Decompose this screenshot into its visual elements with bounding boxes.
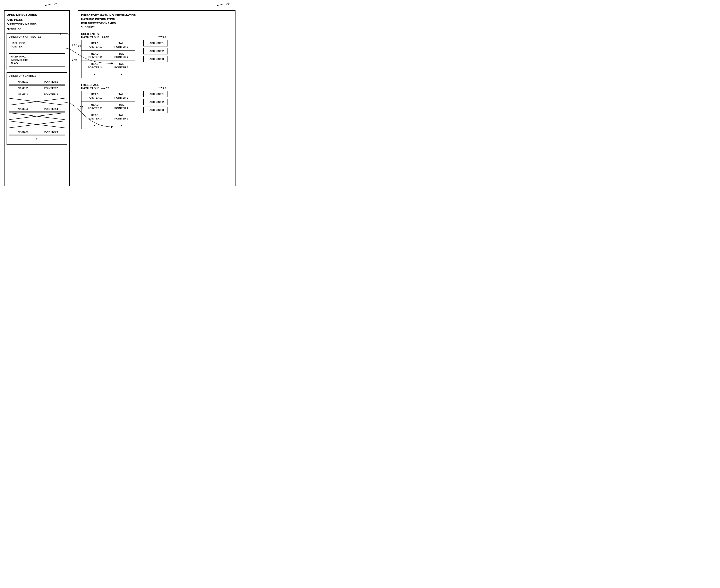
free-space-row-3: HEADPOINTER 3 TAILPOINTER 3 bbox=[81, 112, 135, 122]
diagram-container: OPEN DIRECTORIES AND FILES DIRECTORY NAM… bbox=[4, 4, 236, 186]
used-hash-list-1-wrapper: HASH LIST 1 bbox=[135, 40, 168, 46]
ref-51: 51 bbox=[100, 36, 107, 39]
used-hash-list-1: HASH LIST 1 bbox=[143, 40, 168, 46]
used-entry-head-1: HEADPOINTER 1 bbox=[81, 40, 108, 50]
svg-marker-37 bbox=[142, 109, 143, 111]
dir-entry-pointer-2: POINTER 2 bbox=[37, 85, 65, 91]
dir-entry-dots: • bbox=[8, 135, 65, 143]
svg-marker-7 bbox=[72, 44, 74, 46]
dir-entry-name-3: NAME 3 bbox=[9, 92, 37, 97]
svg-marker-29 bbox=[104, 88, 105, 89]
right-panel-title: DIRECTORY HASHING INFORMATION bbox=[81, 14, 232, 17]
left-panel: OPEN DIRECTORIES AND FILES DIRECTORY NAM… bbox=[4, 10, 69, 186]
dir-entry-row-1: NAME 1 POINTER 1 bbox=[8, 79, 65, 84]
svg-marker-33 bbox=[142, 93, 143, 95]
svg-marker-23 bbox=[142, 42, 143, 44]
free-space-tail-1: TAILPOINTER 1 bbox=[108, 91, 135, 101]
used-hash-list-3-wrapper: HASH LIST 3 bbox=[135, 56, 168, 62]
used-entry-label: USED ENTRY HASH TABLE bbox=[81, 32, 100, 39]
left-panel-subtitle: DIRECTORY NAMED bbox=[6, 22, 67, 26]
free-hash-list-3: HASH LIST 3 bbox=[143, 107, 168, 113]
used-entry-row-3: HEADPOINTER 3 TAILPOINTER 3 bbox=[81, 61, 135, 71]
x-row-3 bbox=[8, 121, 65, 128]
free-space-table-wrapper: HEADPOINTER 1 TAILPOINTER 1 HEADPOINTER … bbox=[81, 91, 135, 129]
ref-53: 53 bbox=[159, 35, 166, 38]
diagram-wrapper: 46 47 OPEN DIRECTORIES AND FILES DIRECTO… bbox=[4, 4, 236, 186]
ref-57: 57 bbox=[68, 43, 77, 46]
dir-entry-row-3: NAME 3 POINTER 3 bbox=[8, 92, 65, 97]
dir-entry-pointer-5: POINTER 5 bbox=[37, 129, 65, 134]
used-hash-list-3: HASH LIST 3 bbox=[143, 56, 168, 62]
svg-marker-9 bbox=[72, 60, 74, 61]
dir-attributes-wrapper: 49 DIRECTORY ATTRIBUTES HASH INFO. POINT… bbox=[6, 33, 67, 70]
free-space-label-wrapper: FREE SPACE HASH TABLE 52 bbox=[81, 83, 232, 90]
right-panel: DIRECTORY HASHING INFORMATION HASHING IN… bbox=[78, 10, 236, 186]
free-hash-list-2: HASH LIST 2 bbox=[143, 99, 168, 105]
used-entry-tail-1: TAILPOINTER 1 bbox=[108, 40, 135, 50]
ref-58: 58 bbox=[68, 59, 77, 62]
used-entry-row-2: HEADPOINTER 2 TAILPOINTER 2 bbox=[81, 50, 135, 61]
free-space-tail-2: TAILPOINTER 2 bbox=[108, 102, 135, 112]
dir-entry-row-2: NAME 2 POINTER 2 bbox=[8, 85, 65, 91]
used-entry-head-2: HEADPOINTER 2 bbox=[81, 50, 108, 61]
free-space-hash-rows: HEADPOINTER 1 TAILPOINTER 1 HEADPOINTER … bbox=[81, 91, 232, 129]
left-panel-title1: OPEN DIRECTORIES bbox=[6, 13, 67, 17]
free-hash-list-1: HASH LIST 1 bbox=[143, 91, 168, 98]
dir-entry-pointer-3: POINTER 3 bbox=[37, 92, 65, 97]
x-row-2 bbox=[8, 112, 65, 120]
used-entry-row-1: HEADPOINTER 1 TAILPOINTER 1 bbox=[81, 40, 135, 50]
dir-entry-row-4: NAME 4 POINTER 4 bbox=[8, 106, 65, 112]
free-space-row-2: HEADPOINTER 2 TAILPOINTER 2 bbox=[81, 102, 135, 112]
svg-marker-35 bbox=[142, 102, 143, 103]
svg-marker-27 bbox=[142, 58, 143, 60]
used-entry-hash-section: USED ENTRY HASH TABLE 50 bbox=[81, 32, 232, 78]
dir-entry-pointer-4: POINTER 4 bbox=[37, 106, 65, 111]
dir-entry-name-1: NAME 1 bbox=[9, 79, 37, 84]
free-hash-list-2-wrapper: HASH LIST 2 bbox=[135, 99, 168, 105]
hash-info-pointer-box: HASH INFO. POINTER bbox=[8, 40, 65, 50]
dir-entry-name-5: NAME 5 bbox=[9, 129, 37, 134]
hash-info-pointer-wrapper: HASH INFO. POINTER 57 bbox=[8, 39, 65, 51]
used-entry-hash-rows: 51 HEADPOINTER 1 TAILPOINTER 1 HEADPOINT… bbox=[81, 40, 232, 78]
svg-marker-19 bbox=[102, 37, 104, 38]
free-space-dots: • • bbox=[81, 122, 135, 129]
svg-marker-25 bbox=[142, 50, 143, 51]
free-space-label: FREE SPACE HASH TABLE bbox=[81, 83, 99, 90]
free-space-head-3: HEADPOINTER 3 bbox=[81, 112, 108, 122]
free-space-head-1: HEADPOINTER 1 bbox=[81, 91, 108, 101]
used-entry-table: HEADPOINTER 1 TAILPOINTER 1 HEADPOINTER … bbox=[81, 40, 135, 78]
svg-marker-21 bbox=[161, 36, 163, 37]
free-space-head-2: HEADPOINTER 2 bbox=[81, 102, 108, 112]
dir-attributes-box: DIRECTORY ATTRIBUTES HASH INFO. POINTER … bbox=[6, 33, 67, 70]
used-entry-tail-3: TAILPOINTER 3 bbox=[108, 61, 135, 71]
free-hash-list-3-wrapper: HASH LIST 3 bbox=[135, 107, 168, 113]
used-entry-head-3: HEADPOINTER 3 bbox=[81, 61, 108, 71]
hash-info-incomplete-wrapper: HASH INFO. INCOMPLETE FLAG 58 bbox=[8, 52, 65, 68]
left-panel-subtitle2: "USERID" bbox=[6, 27, 67, 31]
used-entry-tail-2: TAILPOINTER 2 bbox=[108, 50, 135, 61]
used-hash-list-2-wrapper: HASH LIST 2 bbox=[135, 48, 168, 55]
used-entry-table-wrapper: 51 HEADPOINTER 1 TAILPOINTER 1 HEADPOINT… bbox=[81, 40, 135, 78]
used-hash-list-2: HASH LIST 2 bbox=[143, 48, 168, 55]
used-entry-hash-lists: 53 HASH LIST 1 bbox=[135, 40, 168, 62]
free-space-hash-lists: 54 HASH LIST 1 bbox=[135, 91, 168, 113]
ref-54: 54 bbox=[159, 86, 166, 89]
right-panel-subtitle: HASHING INFORMATION FOR DIRECTORY NAMED … bbox=[81, 17, 232, 29]
dir-entries-wrapper: DIRECTORY ENTRIES NAME 1 POINTER 1 NAME … bbox=[6, 72, 67, 145]
used-entry-dots: • • bbox=[81, 71, 135, 78]
dir-entry-name-4: NAME 4 bbox=[9, 106, 37, 111]
dir-entries-label: DIRECTORY ENTRIES bbox=[8, 74, 65, 78]
dir-attributes-label: DIRECTORY ATTRIBUTES bbox=[8, 35, 65, 39]
ref-52: 52 bbox=[101, 87, 109, 90]
hash-info-incomplete-box: HASH INFO. INCOMPLETE FLAG bbox=[8, 54, 65, 67]
left-panel-title2: AND FILES bbox=[6, 18, 67, 22]
dir-entry-pointer-1: POINTER 1 bbox=[37, 79, 65, 84]
free-space-table: HEADPOINTER 1 TAILPOINTER 1 HEADPOINTER … bbox=[81, 91, 135, 129]
dir-entries-box: DIRECTORY ENTRIES NAME 1 POINTER 1 NAME … bbox=[6, 72, 67, 145]
free-space-row-1: HEADPOINTER 1 TAILPOINTER 1 bbox=[81, 91, 135, 102]
free-hash-list-1-wrapper: HASH LIST 1 bbox=[135, 91, 168, 98]
svg-marker-31 bbox=[161, 87, 163, 88]
free-space-hash-section: FREE SPACE HASH TABLE 52 bbox=[81, 83, 232, 129]
free-space-tail-3: TAILPOINTER 3 bbox=[108, 112, 135, 122]
x-row-1 bbox=[8, 98, 65, 105]
